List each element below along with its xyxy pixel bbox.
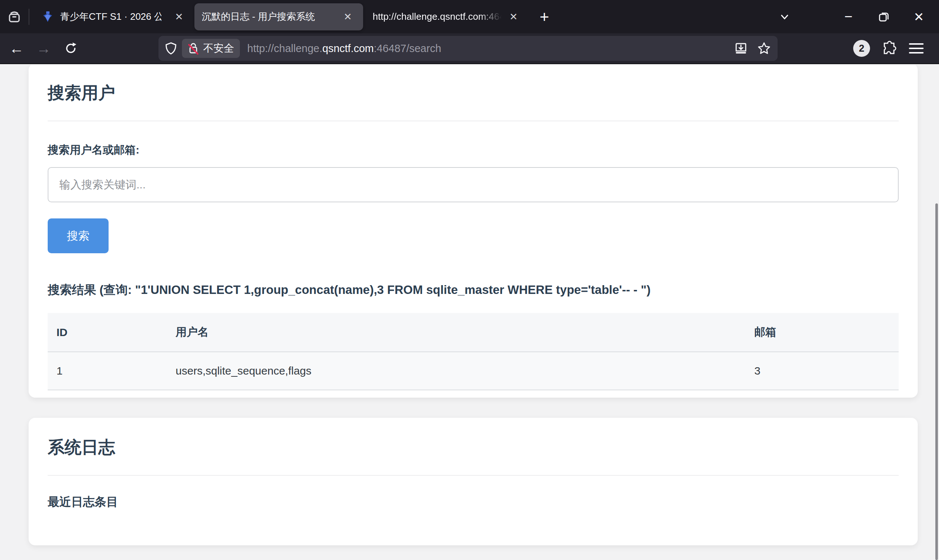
url-suffix: :46487/search (374, 43, 441, 54)
hamburger-icon (909, 52, 924, 54)
tab-close-icon[interactable]: ✕ (171, 9, 187, 25)
table-cell-id: 1 (48, 352, 167, 390)
url-domain: qsnctf.com (322, 43, 374, 54)
url-protocol: http:// (247, 43, 274, 54)
url-text: http://challenge.qsnctf.com:46487/search (247, 43, 441, 55)
extensions-button[interactable] (882, 41, 897, 56)
column-header-email: 邮箱 (745, 313, 899, 352)
divider (48, 121, 899, 121)
bookmark-star-button[interactable] (757, 42, 771, 55)
recent-log-entries-heading: 最近日志条目 (48, 494, 899, 510)
table-header-row: ID 用户名 邮箱 (48, 313, 899, 352)
restore-icon (878, 11, 890, 23)
search-field-label: 搜索用户名或邮箱: (48, 143, 899, 158)
tab-close-icon[interactable]: ✕ (340, 9, 356, 25)
divider (48, 475, 899, 476)
reload-button[interactable] (60, 37, 82, 59)
search-users-card: 搜索用户 搜索用户名或邮箱: 搜索 搜索结果 (查询: "1'UNION SEL… (29, 65, 918, 398)
star-icon (757, 42, 771, 55)
system-log-title: 系统日志 (48, 418, 899, 459)
profile-account-button[interactable]: 2 (853, 40, 870, 57)
tracking-protection-shield-icon[interactable] (165, 42, 177, 55)
tab-qsnctf-home[interactable]: 青少年CTF S1 · 2026 公益赛 ✕ (34, 3, 194, 31)
table-cell-user: users,sqlite_sequence,flags (167, 352, 746, 390)
insecure-lock-icon (188, 42, 199, 55)
table-row: 1 users,sqlite_sequence,flags 3 (48, 352, 899, 390)
tab-user-search-system[interactable]: 沉默的日志 - 用户搜索系统 ✕ (194, 3, 363, 31)
tab-bar: 青少年CTF S1 · 2026 公益赛 ✕ 沉默的日志 - 用户搜索系统 ✕ … (0, 0, 939, 33)
window-controls: − ✕ (836, 4, 939, 30)
tab-title: http://challenge.qsnctf.com:4648 (373, 11, 502, 22)
save-page-button[interactable] (734, 42, 748, 55)
column-header-user: 用户名 (167, 313, 746, 352)
hamburger-icon (909, 48, 924, 49)
tab-separator (29, 9, 29, 25)
puzzle-piece-icon (882, 41, 897, 56)
page-content: 搜索用户 搜索用户名或邮箱: 搜索 搜索结果 (查询: "1'UNION SEL… (0, 65, 939, 560)
app-menu-button[interactable] (909, 43, 924, 54)
system-log-card: 系统日志 最近日志条目 (29, 418, 918, 545)
chevron-down-icon (778, 11, 791, 23)
security-label: 不安全 (203, 42, 234, 55)
reload-icon (63, 41, 78, 56)
back-button[interactable]: ← (6, 37, 27, 59)
search-input[interactable] (48, 167, 899, 202)
browser-window: 青少年CTF S1 · 2026 公益赛 ✕ 沉默的日志 - 用户搜索系统 ✕ … (0, 0, 939, 560)
qsnctf-logo-icon (41, 10, 54, 23)
restore-button[interactable] (871, 4, 896, 30)
hamburger-icon (909, 43, 924, 45)
tab-title: 青少年CTF S1 · 2026 公益赛 (60, 10, 161, 23)
tab-close-icon[interactable]: ✕ (506, 9, 521, 25)
search-results-heading: 搜索结果 (查询: "1'UNION SELECT 1,group_concat… (48, 282, 899, 298)
search-users-title: 搜索用户 (48, 65, 899, 105)
column-header-id: ID (48, 313, 167, 352)
url-subdomain: challenge. (274, 43, 322, 54)
firefox-view-icon (6, 9, 22, 25)
site-security-chip[interactable]: 不安全 (182, 39, 240, 58)
save-download-icon (734, 42, 748, 55)
scrollbar-thumb[interactable] (935, 203, 938, 560)
tab-title: 沉默的日志 - 用户搜索系统 (202, 10, 315, 23)
minimize-button[interactable]: − (836, 4, 861, 30)
close-window-button[interactable]: ✕ (906, 4, 932, 30)
url-bar[interactable]: 不安全 http://challenge.qsnctf.com:46487/se… (159, 36, 778, 61)
list-all-tabs-button[interactable] (774, 6, 795, 28)
firefox-view-button[interactable] (0, 4, 29, 30)
tab-challenge-url[interactable]: http://challenge.qsnctf.com:4648 ✕ (365, 3, 531, 31)
search-button[interactable]: 搜索 (48, 218, 109, 253)
navigation-toolbar: ← → 不安全 (0, 33, 939, 64)
results-table: ID 用户名 邮箱 1 users,sqlite_sequence,flags … (48, 313, 899, 390)
table-cell-email: 3 (745, 352, 899, 390)
forward-button[interactable]: → (33, 37, 54, 59)
new-tab-button[interactable]: + (534, 6, 555, 27)
